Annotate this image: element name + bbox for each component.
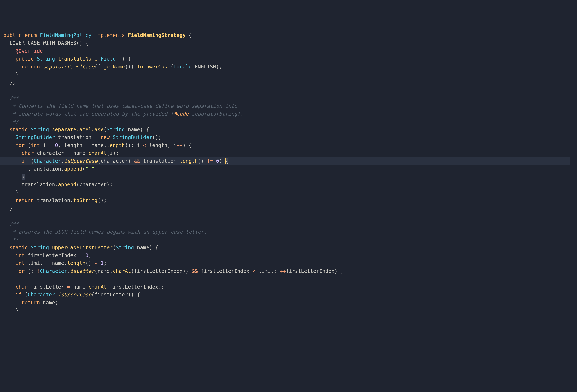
variable: firstLetterIndex: [286, 268, 334, 274]
annotation: @Override: [16, 48, 43, 54]
method-name: separateCamelCase: [52, 127, 104, 132]
param-type: Field: [101, 56, 116, 62]
variable: limit: [258, 268, 274, 274]
code-line: /**: [3, 221, 19, 227]
code-line: return separateCamelCase(f.getName()).to…: [3, 64, 222, 70]
variable: firstLetterIndex: [201, 268, 249, 274]
operator: &&: [134, 158, 140, 164]
comment: /**: [9, 95, 19, 101]
class-ref: Character: [34, 158, 61, 164]
variable: character: [37, 150, 64, 156]
operator: <: [143, 142, 146, 148]
operator: !=: [207, 158, 213, 164]
variable: name: [98, 268, 110, 274]
variable: length: [64, 142, 82, 148]
enum-constant: LOWER_CASE_WITH_DASHES: [9, 40, 76, 46]
variable: i: [173, 142, 176, 148]
code-line: return translation.toString();: [3, 197, 107, 203]
brace: }: [9, 205, 12, 211]
code-line: return name;: [3, 300, 58, 306]
keyword-implements: implements: [95, 32, 125, 38]
comment: * separate words that are separated by t…: [9, 111, 173, 117]
code-line: int limit = name.length() - 1;: [3, 260, 107, 266]
operator: =: [85, 142, 88, 148]
keyword-int: int: [16, 260, 25, 266]
keyword-int: int: [31, 142, 40, 148]
variable: translation: [143, 158, 177, 164]
keyword-public: public: [3, 32, 22, 38]
method-call: isUpperCase: [58, 292, 91, 298]
code-line: * Ensures the JSON field names begins wi…: [3, 229, 207, 235]
operator: -: [95, 260, 98, 266]
code-line: * Converts the field name that uses came…: [3, 103, 237, 109]
code-line: static String separateCamelCase(String n…: [3, 127, 149, 132]
class-ref: Locale: [173, 64, 192, 70]
variable: name: [73, 150, 85, 156]
method-call: isUpperCase: [64, 158, 98, 164]
brace-match: }: [22, 174, 25, 180]
code-line: public enum FieldNamingPolicy implements…: [3, 32, 192, 38]
keyword-enum: enum: [25, 32, 37, 38]
constructor: StringBuilder: [113, 134, 152, 140]
code-line: char firstLetter = name.charAt(firstLett…: [3, 284, 164, 290]
method-call: toLowerCase: [137, 64, 171, 70]
keyword-return: return: [16, 197, 34, 203]
variable: firstLetter: [31, 284, 64, 290]
operator: =: [79, 253, 82, 258]
comment: */: [9, 237, 19, 243]
method-call: isLetter: [70, 268, 95, 274]
code-line: translation.append("-");: [3, 166, 101, 172]
variable: firstLetter: [95, 292, 128, 298]
code-line: /**: [3, 95, 19, 101]
variable: translation: [37, 197, 70, 203]
param-type: String: [116, 245, 134, 251]
variable: translation: [58, 134, 91, 140]
code-line: }: [3, 190, 19, 196]
keyword-char: char: [22, 150, 34, 156]
return-type: String: [37, 56, 55, 62]
variable: i: [110, 150, 113, 156]
code-line: for (int i = 0, length = name.length(); …: [3, 142, 192, 148]
code-line: }: [3, 308, 19, 313]
method-call: length: [180, 158, 198, 164]
code-editor[interactable]: public enum FieldNamingPolicy implements…: [0, 32, 577, 315]
operator: <: [252, 268, 255, 274]
method-call: charAt: [88, 150, 107, 156]
comment: * Ensures the JSON field names begins wi…: [9, 229, 207, 235]
comment: */: [9, 119, 19, 125]
brace: {: [143, 127, 149, 132]
variable: firstLetterIndex: [134, 268, 182, 274]
method-call: append: [58, 182, 76, 188]
code-line: if (Character.isUpperCase(firstLetter)) …: [3, 292, 140, 298]
brace-match: {: [225, 158, 228, 164]
number: 0: [55, 142, 58, 148]
variable: firstLetterIndex: [110, 284, 158, 290]
method-call: charAt: [113, 268, 131, 274]
keyword-if: if: [22, 158, 28, 164]
interface-name: FieldNamingStrategy: [128, 32, 186, 38]
brace: {: [125, 56, 131, 62]
brace: {: [186, 142, 192, 148]
class-ref: Character: [28, 292, 55, 298]
param-name: name: [128, 127, 140, 132]
method-call: separateCamelCase: [43, 64, 95, 70]
return-type: String: [31, 245, 49, 251]
code-line: StringBuilder translation = new StringBu…: [3, 134, 161, 140]
keyword-int: int: [16, 253, 25, 258]
keyword-static: static: [9, 245, 28, 251]
code-line: public String translateName(Field f) {: [3, 56, 131, 62]
brace: };: [9, 79, 16, 85]
code-line: */: [3, 119, 19, 125]
code-line: }: [3, 72, 19, 77]
method-call: charAt: [88, 284, 107, 290]
code-line: */: [3, 237, 19, 243]
brace: {: [82, 40, 88, 46]
code-line: translation.append(character);: [3, 182, 113, 188]
keyword-if: if: [16, 292, 22, 298]
code-line: * separate words that are separated by t…: [3, 111, 243, 117]
operator: &&: [192, 268, 198, 274]
number: 0: [85, 253, 88, 258]
variable: translation: [22, 182, 55, 188]
brace: }: [16, 190, 19, 196]
brace: }: [16, 308, 19, 313]
